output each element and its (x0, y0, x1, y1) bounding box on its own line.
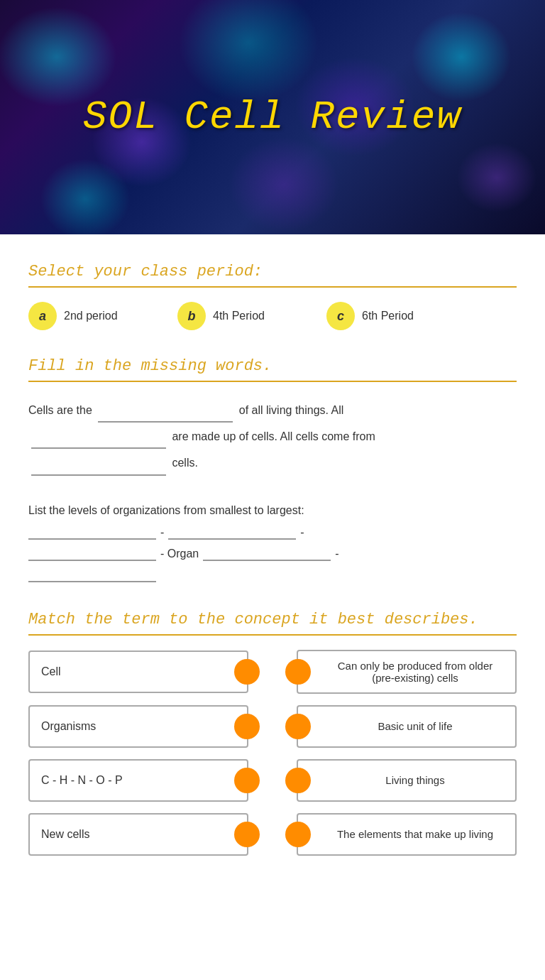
fill-sentence3-post: cells. (172, 457, 197, 469)
level-blank-1[interactable] (28, 526, 156, 540)
levels-row-1: - - (28, 526, 517, 540)
fill-blank-3[interactable] (31, 449, 166, 475)
match-right-basic-unit-label: Basic unit of life (309, 720, 504, 732)
level-blank-2[interactable] (168, 526, 296, 540)
match-left-organisms-label: Organisms (41, 720, 236, 733)
match-dot-left-1 (234, 659, 260, 685)
match-row-3: C - H - N - O - P Living things (28, 759, 517, 802)
period-label-c: 6th Period (362, 310, 414, 322)
match-dot-left-3 (234, 768, 260, 793)
fill-section-header: Fill in the missing words. (28, 357, 517, 375)
match-left-chnop[interactable]: C - H - N - O - P (28, 759, 248, 802)
period-label-b: 4th Period (213, 310, 265, 322)
levels-row-3 (28, 568, 517, 582)
period-badge-c: c (326, 302, 355, 330)
fill-section: Fill in the missing words. Cells are the… (28, 357, 517, 476)
period-section-header: Select your class period: (28, 263, 517, 281)
match-left-organisms[interactable]: Organisms (28, 705, 248, 748)
page-title: SOL Cell Review (83, 94, 462, 140)
match-row-4: New cells The elements that make up livi… (28, 813, 517, 856)
match-dot-right-1 (285, 659, 311, 685)
fill-sentence2-post: are made up of cells. All cells come fro… (172, 430, 375, 442)
fill-text: Cells are the of all living things. All … (28, 396, 517, 476)
level-sep-1: - (160, 526, 164, 539)
match-dot-right-2 (285, 714, 311, 739)
match-row-1: Cell Can only be produced from older (pr… (28, 650, 517, 694)
match-right-basic-unit[interactable]: Basic unit of life (297, 705, 517, 748)
match-left-new-cells[interactable]: New cells (28, 813, 248, 856)
level-blank-3[interactable] (28, 547, 156, 561)
period-option-a[interactable]: a 2nd period (28, 302, 170, 330)
match-right-elements-label: The elements that make up living (309, 828, 504, 840)
levels-section: List the levels of organizations from sm… (28, 504, 517, 582)
level-sep-2: - (300, 526, 304, 539)
period-option-b[interactable]: b 4th Period (177, 302, 319, 330)
fill-sentence1-pre: Cells are the (28, 404, 92, 416)
match-section: Match the term to the concept it best de… (28, 611, 517, 856)
match-row-2: Organisms Basic unit of life (28, 705, 517, 748)
match-right-living-things-label: Living things (309, 774, 504, 786)
match-right-preexisting-label: Can only be produced from older (pre-exi… (309, 660, 504, 684)
level-sep-3: - (335, 548, 338, 560)
levels-label: List the levels of organizations from sm… (28, 504, 517, 517)
period-option-c[interactable]: c 6th Period (326, 302, 468, 330)
main-content: Select your class period: a 2nd period b… (0, 234, 545, 884)
match-left-cell[interactable]: Cell (28, 650, 248, 693)
match-right-elements[interactable]: The elements that make up living (297, 813, 517, 856)
period-badge-a: a (28, 302, 57, 330)
match-section-header: Match the term to the concept it best de… (28, 611, 517, 628)
period-divider (28, 286, 517, 288)
fill-sentence1-post: of all living things. All (239, 404, 344, 416)
level-blank-4[interactable] (203, 547, 331, 561)
match-dot-left-2 (234, 714, 260, 739)
header-banner: SOL Cell Review (0, 0, 545, 234)
period-section: Select your class period: a 2nd period b… (28, 263, 517, 336)
period-label-a: 2nd period (64, 310, 118, 322)
period-options: a 2nd period b 4th Period c 6th Period (28, 302, 517, 336)
period-badge-b: b (177, 302, 206, 330)
levels-row-2: - Organ - (28, 547, 517, 561)
fill-blank-1[interactable] (98, 396, 233, 423)
match-left-cell-label: Cell (41, 665, 236, 678)
match-dot-left-4 (234, 822, 260, 847)
level-blank-5[interactable] (28, 568, 156, 582)
fill-divider (28, 381, 517, 382)
match-right-preexisting[interactable]: Can only be produced from older (pre-exi… (297, 650, 517, 694)
match-divider (28, 634, 517, 636)
fill-blank-2[interactable] (31, 423, 166, 449)
match-dot-right-3 (285, 768, 311, 793)
match-right-living-things[interactable]: Living things (297, 759, 517, 802)
match-left-new-cells-label: New cells (41, 828, 236, 841)
level-organ-text: - Organ (160, 548, 199, 560)
match-left-chnop-label: C - H - N - O - P (41, 774, 236, 787)
match-dot-right-4 (285, 822, 311, 847)
